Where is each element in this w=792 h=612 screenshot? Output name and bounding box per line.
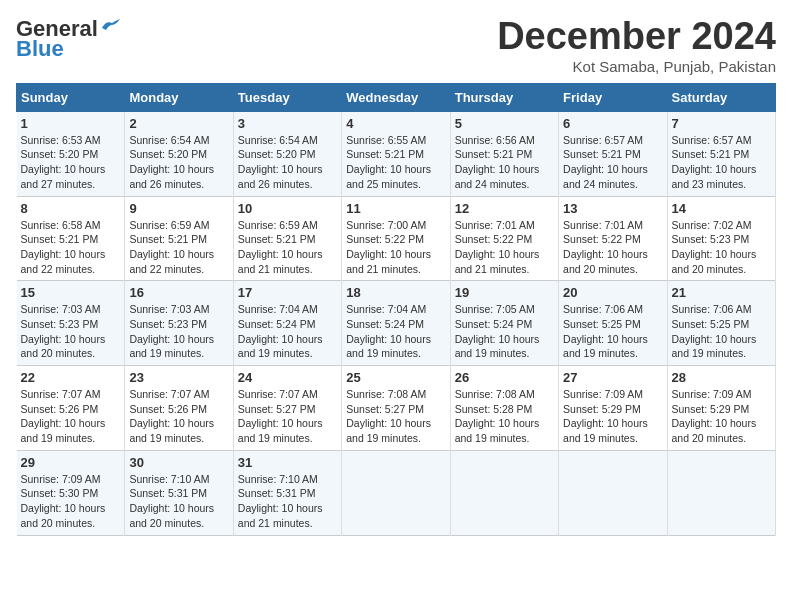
day-number: 26 — [455, 370, 554, 385]
calendar-cell: 21 Sunrise: 7:06 AM Sunset: 5:25 PM Dayl… — [667, 281, 775, 366]
calendar-cell: 4 Sunrise: 6:55 AM Sunset: 5:21 PM Dayli… — [342, 111, 450, 196]
day-number: 11 — [346, 201, 445, 216]
calendar-cell: 11 Sunrise: 7:00 AM Sunset: 5:22 PM Dayl… — [342, 196, 450, 281]
calendar-cell: 30 Sunrise: 7:10 AM Sunset: 5:31 PM Dayl… — [125, 450, 233, 535]
calendar-week-1: 1 Sunrise: 6:53 AM Sunset: 5:20 PM Dayli… — [17, 111, 776, 196]
header-day-monday: Monday — [125, 83, 233, 111]
day-info: Sunrise: 7:01 AM Sunset: 5:22 PM Dayligh… — [563, 218, 662, 277]
day-info: Sunrise: 7:07 AM Sunset: 5:26 PM Dayligh… — [129, 387, 228, 446]
day-number: 30 — [129, 455, 228, 470]
day-number: 22 — [21, 370, 121, 385]
day-info: Sunrise: 6:54 AM Sunset: 5:20 PM Dayligh… — [238, 133, 337, 192]
calendar-cell: 10 Sunrise: 6:59 AM Sunset: 5:21 PM Dayl… — [233, 196, 341, 281]
calendar-cell: 29 Sunrise: 7:09 AM Sunset: 5:30 PM Dayl… — [17, 450, 125, 535]
day-info: Sunrise: 6:58 AM Sunset: 5:21 PM Dayligh… — [21, 218, 121, 277]
day-info: Sunrise: 7:02 AM Sunset: 5:23 PM Dayligh… — [672, 218, 771, 277]
day-info: Sunrise: 6:54 AM Sunset: 5:20 PM Dayligh… — [129, 133, 228, 192]
day-number: 15 — [21, 285, 121, 300]
logo: General Blue — [16, 16, 122, 62]
day-number: 4 — [346, 116, 445, 131]
day-number: 31 — [238, 455, 337, 470]
day-info: Sunrise: 6:57 AM Sunset: 5:21 PM Dayligh… — [672, 133, 771, 192]
day-number: 12 — [455, 201, 554, 216]
calendar-cell: 6 Sunrise: 6:57 AM Sunset: 5:21 PM Dayli… — [559, 111, 667, 196]
calendar-cell — [342, 450, 450, 535]
page-header: General Blue December 2024 Kot Samaba, P… — [16, 16, 776, 75]
day-info: Sunrise: 7:08 AM Sunset: 5:27 PM Dayligh… — [346, 387, 445, 446]
calendar-cell — [559, 450, 667, 535]
day-info: Sunrise: 7:05 AM Sunset: 5:24 PM Dayligh… — [455, 302, 554, 361]
day-info: Sunrise: 7:09 AM Sunset: 5:29 PM Dayligh… — [563, 387, 662, 446]
header-row: SundayMondayTuesdayWednesdayThursdayFrid… — [17, 83, 776, 111]
calendar-cell: 3 Sunrise: 6:54 AM Sunset: 5:20 PM Dayli… — [233, 111, 341, 196]
day-info: Sunrise: 6:59 AM Sunset: 5:21 PM Dayligh… — [129, 218, 228, 277]
day-number: 3 — [238, 116, 337, 131]
calendar-cell: 24 Sunrise: 7:07 AM Sunset: 5:27 PM Dayl… — [233, 366, 341, 451]
day-info: Sunrise: 7:04 AM Sunset: 5:24 PM Dayligh… — [346, 302, 445, 361]
location: Kot Samaba, Punjab, Pakistan — [497, 58, 776, 75]
calendar-cell: 13 Sunrise: 7:01 AM Sunset: 5:22 PM Dayl… — [559, 196, 667, 281]
logo-bird-icon — [100, 18, 122, 36]
day-number: 19 — [455, 285, 554, 300]
header-day-tuesday: Tuesday — [233, 83, 341, 111]
day-number: 29 — [21, 455, 121, 470]
day-number: 23 — [129, 370, 228, 385]
calendar-cell: 17 Sunrise: 7:04 AM Sunset: 5:24 PM Dayl… — [233, 281, 341, 366]
day-number: 2 — [129, 116, 228, 131]
calendar-week-4: 22 Sunrise: 7:07 AM Sunset: 5:26 PM Dayl… — [17, 366, 776, 451]
calendar-week-3: 15 Sunrise: 7:03 AM Sunset: 5:23 PM Dayl… — [17, 281, 776, 366]
calendar-cell: 15 Sunrise: 7:03 AM Sunset: 5:23 PM Dayl… — [17, 281, 125, 366]
day-number: 16 — [129, 285, 228, 300]
calendar-cell — [450, 450, 558, 535]
calendar-cell: 5 Sunrise: 6:56 AM Sunset: 5:21 PM Dayli… — [450, 111, 558, 196]
calendar-cell: 28 Sunrise: 7:09 AM Sunset: 5:29 PM Dayl… — [667, 366, 775, 451]
calendar-cell: 20 Sunrise: 7:06 AM Sunset: 5:25 PM Dayl… — [559, 281, 667, 366]
day-number: 1 — [21, 116, 121, 131]
day-number: 13 — [563, 201, 662, 216]
day-info: Sunrise: 7:10 AM Sunset: 5:31 PM Dayligh… — [238, 472, 337, 531]
header-day-sunday: Sunday — [17, 83, 125, 111]
calendar-cell: 18 Sunrise: 7:04 AM Sunset: 5:24 PM Dayl… — [342, 281, 450, 366]
day-info: Sunrise: 7:03 AM Sunset: 5:23 PM Dayligh… — [21, 302, 121, 361]
day-info: Sunrise: 7:09 AM Sunset: 5:29 PM Dayligh… — [672, 387, 771, 446]
day-info: Sunrise: 7:07 AM Sunset: 5:27 PM Dayligh… — [238, 387, 337, 446]
day-number: 17 — [238, 285, 337, 300]
day-info: Sunrise: 6:56 AM Sunset: 5:21 PM Dayligh… — [455, 133, 554, 192]
day-number: 28 — [672, 370, 771, 385]
day-number: 7 — [672, 116, 771, 131]
calendar-cell: 8 Sunrise: 6:58 AM Sunset: 5:21 PM Dayli… — [17, 196, 125, 281]
day-number: 25 — [346, 370, 445, 385]
calendar-table: SundayMondayTuesdayWednesdayThursdayFrid… — [16, 83, 776, 536]
calendar-week-2: 8 Sunrise: 6:58 AM Sunset: 5:21 PM Dayli… — [17, 196, 776, 281]
day-info: Sunrise: 6:55 AM Sunset: 5:21 PM Dayligh… — [346, 133, 445, 192]
title-block: December 2024 Kot Samaba, Punjab, Pakist… — [497, 16, 776, 75]
day-info: Sunrise: 7:06 AM Sunset: 5:25 PM Dayligh… — [672, 302, 771, 361]
logo-blue: Blue — [16, 36, 64, 62]
header-day-saturday: Saturday — [667, 83, 775, 111]
day-info: Sunrise: 7:08 AM Sunset: 5:28 PM Dayligh… — [455, 387, 554, 446]
day-info: Sunrise: 7:07 AM Sunset: 5:26 PM Dayligh… — [21, 387, 121, 446]
calendar-cell: 14 Sunrise: 7:02 AM Sunset: 5:23 PM Dayl… — [667, 196, 775, 281]
day-number: 6 — [563, 116, 662, 131]
day-info: Sunrise: 6:59 AM Sunset: 5:21 PM Dayligh… — [238, 218, 337, 277]
day-info: Sunrise: 7:03 AM Sunset: 5:23 PM Dayligh… — [129, 302, 228, 361]
day-info: Sunrise: 7:04 AM Sunset: 5:24 PM Dayligh… — [238, 302, 337, 361]
day-number: 9 — [129, 201, 228, 216]
day-info: Sunrise: 7:01 AM Sunset: 5:22 PM Dayligh… — [455, 218, 554, 277]
calendar-cell: 16 Sunrise: 7:03 AM Sunset: 5:23 PM Dayl… — [125, 281, 233, 366]
calendar-cell: 9 Sunrise: 6:59 AM Sunset: 5:21 PM Dayli… — [125, 196, 233, 281]
day-info: Sunrise: 7:00 AM Sunset: 5:22 PM Dayligh… — [346, 218, 445, 277]
calendar-cell: 26 Sunrise: 7:08 AM Sunset: 5:28 PM Dayl… — [450, 366, 558, 451]
header-day-friday: Friday — [559, 83, 667, 111]
day-number: 27 — [563, 370, 662, 385]
calendar-cell: 1 Sunrise: 6:53 AM Sunset: 5:20 PM Dayli… — [17, 111, 125, 196]
day-info: Sunrise: 7:10 AM Sunset: 5:31 PM Dayligh… — [129, 472, 228, 531]
day-number: 14 — [672, 201, 771, 216]
day-number: 24 — [238, 370, 337, 385]
month-title: December 2024 — [497, 16, 776, 58]
calendar-cell: 22 Sunrise: 7:07 AM Sunset: 5:26 PM Dayl… — [17, 366, 125, 451]
calendar-cell: 12 Sunrise: 7:01 AM Sunset: 5:22 PM Dayl… — [450, 196, 558, 281]
day-number: 21 — [672, 285, 771, 300]
header-day-wednesday: Wednesday — [342, 83, 450, 111]
header-day-thursday: Thursday — [450, 83, 558, 111]
